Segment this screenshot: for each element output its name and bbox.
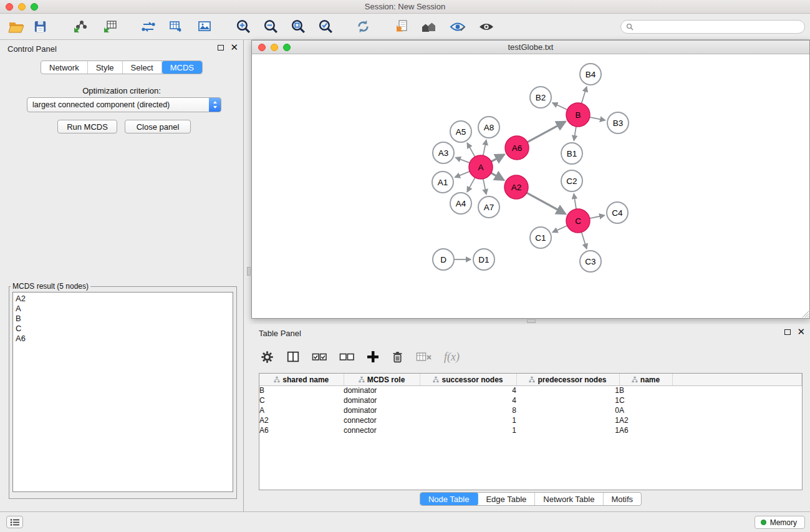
- node-A7[interactable]: A7: [478, 196, 499, 218]
- node-B[interactable]: B: [566, 103, 590, 127]
- resize-grip-icon[interactable]: [801, 309, 809, 317]
- node-B3[interactable]: B3: [607, 112, 629, 133]
- node-C[interactable]: C: [566, 209, 590, 233]
- edge-B-B3[interactable]: [590, 117, 605, 120]
- import-network-button[interactable]: [70, 17, 90, 37]
- table-tab-edge-table[interactable]: Edge Table: [478, 493, 535, 505]
- table-tab-network-table[interactable]: Network Table: [535, 493, 603, 505]
- select-all-button[interactable]: [312, 350, 327, 364]
- table-row[interactable]: Adominator80A: [259, 405, 802, 415]
- export-network-button[interactable]: [138, 17, 158, 37]
- edge-B-B4[interactable]: [582, 87, 587, 104]
- node-D[interactable]: D: [433, 249, 454, 270]
- search-input[interactable]: [634, 22, 799, 32]
- mcds-result-item[interactable]: B: [16, 314, 230, 324]
- show-graphics-details-button[interactable]: [448, 17, 468, 37]
- close-table-panel-icon[interactable]: ✕: [797, 329, 805, 335]
- vertical-splitter-handle[interactable]: [247, 267, 251, 276]
- tab-select[interactable]: Select: [123, 61, 162, 74]
- edge-B-B2[interactable]: [552, 103, 567, 110]
- import-table-button[interactable]: [100, 17, 120, 37]
- close-panel-icon[interactable]: ✕: [230, 44, 238, 51]
- column-header-predecessor-nodes[interactable]: predecessor nodes: [516, 374, 619, 385]
- tab-style[interactable]: Style: [88, 61, 123, 74]
- node-B1[interactable]: B1: [561, 143, 582, 164]
- tab-network[interactable]: Network: [41, 61, 88, 74]
- zoom-out-button[interactable]: [261, 17, 281, 37]
- node-A4[interactable]: A4: [450, 193, 471, 214]
- zoom-fit-button[interactable]: [288, 17, 308, 37]
- unselect-all-button[interactable]: [339, 350, 355, 364]
- edge-A2-C[interactable]: [527, 193, 566, 214]
- optimization-criterion-select[interactable]: largest connected component (directed): [27, 97, 221, 112]
- show-hide-button[interactable]: [476, 17, 496, 37]
- node-A3[interactable]: A3: [433, 142, 454, 163]
- column-header-MCDS-role[interactable]: MCDS role: [344, 374, 420, 385]
- edge-A-A3[interactable]: [456, 158, 470, 163]
- table-row[interactable]: Bdominator41B: [259, 385, 802, 395]
- node-A8[interactable]: A8: [478, 117, 499, 138]
- float-table-panel-button[interactable]: [784, 329, 791, 335]
- node-A6[interactable]: A6: [505, 136, 529, 160]
- search-field[interactable]: [620, 20, 805, 34]
- edge-B-B1[interactable]: [574, 127, 576, 141]
- node-C4[interactable]: C4: [607, 202, 628, 223]
- save-session-button[interactable]: [30, 17, 50, 37]
- node-B4[interactable]: B4: [580, 64, 601, 85]
- node-A2[interactable]: A2: [504, 175, 528, 199]
- task-history-button[interactable]: [6, 516, 23, 528]
- edge-A-A6[interactable]: [491, 155, 504, 162]
- table-row[interactable]: Cdominator41C: [259, 395, 802, 405]
- float-panel-button[interactable]: [218, 45, 224, 51]
- network-canvas[interactable]: AA2A6BCA1A3A4A5A7A8B1B2B3B4C1C2C3C4DD1: [252, 54, 809, 318]
- table-tab-motifs[interactable]: Motifs: [603, 493, 641, 505]
- edge-A-A8[interactable]: [483, 140, 486, 156]
- close-panel-button[interactable]: Close panel: [125, 120, 191, 133]
- edge-A6-B[interactable]: [528, 122, 566, 142]
- gear-button[interactable]: [260, 350, 274, 364]
- export-table-button[interactable]: [166, 17, 186, 37]
- memory-button[interactable]: Memory: [755, 516, 805, 529]
- export-image-button[interactable]: [195, 17, 215, 37]
- node-C1[interactable]: C1: [530, 227, 551, 248]
- edge-A-A5[interactable]: [467, 143, 475, 157]
- edge-C-C1[interactable]: [552, 226, 567, 233]
- open-document-button[interactable]: [392, 17, 412, 37]
- mcds-result-list[interactable]: A2ABCA6: [12, 292, 233, 492]
- horizontal-splitter-handle[interactable]: [527, 319, 536, 323]
- edge-A-A4[interactable]: [467, 178, 475, 192]
- zoom-selected-button[interactable]: [316, 17, 335, 37]
- table-tab-node-table[interactable]: Node Table: [420, 493, 478, 505]
- open-file-button[interactable]: [6, 17, 26, 37]
- mcds-result-item[interactable]: A: [16, 304, 230, 314]
- table-row[interactable]: A6connector11A6: [259, 425, 802, 435]
- add-row-button[interactable]: [367, 351, 379, 363]
- tab-mcds[interactable]: MCDS: [162, 61, 202, 74]
- mcds-result-item[interactable]: A6: [16, 334, 230, 344]
- edge-A-A1[interactable]: [455, 172, 470, 177]
- node-C2[interactable]: C2: [561, 170, 582, 191]
- node-A5[interactable]: A5: [450, 121, 471, 142]
- mcds-result-item[interactable]: A2: [16, 294, 230, 304]
- table-row[interactable]: A2connector11A2: [259, 415, 802, 425]
- node-A[interactable]: A: [469, 155, 493, 179]
- column-header-name[interactable]: name: [619, 374, 672, 385]
- edge-C-C2[interactable]: [574, 194, 576, 209]
- function-builder-button[interactable]: f(x): [444, 351, 460, 364]
- run-mcds-button[interactable]: Run MCDS: [57, 120, 117, 133]
- node-C3[interactable]: C3: [580, 251, 601, 272]
- edge-A-A7[interactable]: [483, 179, 486, 195]
- delete-column-button[interactable]: [416, 351, 432, 363]
- home-button[interactable]: [419, 17, 439, 37]
- node-A1[interactable]: A1: [432, 172, 453, 193]
- edge-C-C3[interactable]: [582, 232, 587, 249]
- delete-row-button[interactable]: [391, 350, 404, 364]
- mcds-result-item[interactable]: C: [16, 324, 230, 334]
- column-header-shared-name[interactable]: shared name: [259, 374, 344, 385]
- column-header-successor-nodes[interactable]: successor nodes: [420, 374, 516, 385]
- split-column-button[interactable]: [286, 350, 300, 364]
- edge-A-A2[interactable]: [491, 173, 504, 180]
- edge-C-C4[interactable]: [590, 215, 605, 218]
- node-B2[interactable]: B2: [530, 87, 551, 108]
- refresh-layout-button[interactable]: [353, 17, 373, 37]
